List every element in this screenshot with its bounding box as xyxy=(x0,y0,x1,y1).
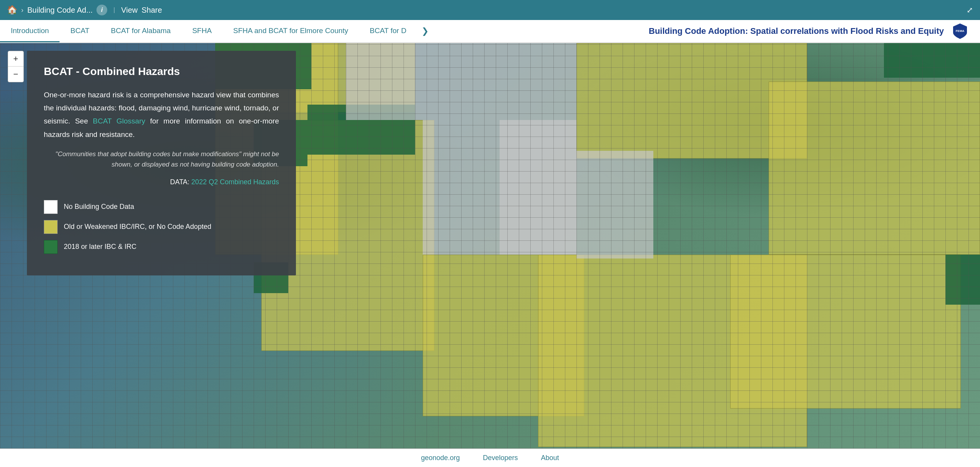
tab-bar: Introduction BCAT BCAT for Alabama SFHA … xyxy=(0,20,980,43)
tab-bcat-d[interactable]: BCAT for D xyxy=(359,20,417,42)
zoom-controls: + − xyxy=(8,51,24,82)
tab-sfha[interactable]: SFHA xyxy=(181,20,223,42)
breadcrumb-chevron: › xyxy=(21,6,23,14)
panel-italic-note: "Communities that adopt building codes b… xyxy=(44,149,279,170)
tab-scroll-right[interactable]: ❯ xyxy=(417,20,433,42)
zoom-in-button[interactable]: + xyxy=(8,51,23,67)
main-title: Building Code Adoption: Spatial correlat… xyxy=(649,26,944,36)
legend-label-no-data: No Building Code Data xyxy=(64,203,134,211)
legend-swatch-no-data xyxy=(44,200,58,214)
legend-swatch-new-code xyxy=(44,240,58,254)
tab-sfha-bcat-elmore[interactable]: SFHA and BCAT for Elmore County xyxy=(223,20,359,42)
fema-shield-icon: FEMA xyxy=(952,23,968,40)
home-button[interactable]: 🏠 xyxy=(7,5,17,15)
info-panel: BCAT - Combined Hazards One-or-more haza… xyxy=(27,51,296,275)
panel-body: One-or-more hazard risk is a comprehensi… xyxy=(44,88,279,141)
tab-bcat-alabama[interactable]: BCAT for Alabama xyxy=(100,20,182,42)
share-button[interactable]: Share xyxy=(141,6,162,15)
tab-title-section: Building Code Adoption: Spatial correlat… xyxy=(649,20,980,42)
legend-label-new-code: 2018 or later IBC & IRC xyxy=(64,243,136,251)
tab-bcat[interactable]: BCAT xyxy=(60,20,100,42)
tab-introduction[interactable]: Introduction xyxy=(0,20,60,42)
info-button[interactable]: i xyxy=(96,5,107,15)
bcat-glossary-link[interactable]: BCAT Glossary xyxy=(93,117,145,125)
top-bar: 🏠 › Building Code Ad... i | View Share ⤢ xyxy=(0,0,980,20)
legend-item-no-data: No Building Code Data xyxy=(44,200,279,214)
svg-text:FEMA: FEMA xyxy=(956,29,965,33)
panel-title: BCAT - Combined Hazards xyxy=(44,65,279,78)
fema-logo: FEMA xyxy=(952,23,968,40)
legend-swatch-old-code xyxy=(44,220,58,234)
footer-about[interactable]: About xyxy=(541,454,559,462)
separator: | xyxy=(113,7,115,13)
legend-item-old-code: Old or Weakened IBC/IRC, or No Code Adop… xyxy=(44,220,279,234)
map-container[interactable]: + − BCAT - Combined Hazards One-or-more … xyxy=(0,43,980,449)
expand-button[interactable]: ⤢ xyxy=(967,5,973,15)
legend-label-old-code: Old or Weakened IBC/IRC, or No Code Adop… xyxy=(64,223,211,231)
zoom-out-button[interactable]: − xyxy=(8,67,23,82)
data-link[interactable]: 2022 Q2 Combined Hazards xyxy=(191,178,279,186)
footer-geonode[interactable]: geonode.org xyxy=(421,454,460,462)
view-button[interactable]: View xyxy=(121,6,138,15)
map-legend: No Building Code Data Old or Weakened IB… xyxy=(44,200,279,254)
footer-developers[interactable]: Developers xyxy=(483,454,518,462)
data-label: DATA: xyxy=(170,178,191,186)
panel-data-line: DATA: 2022 Q2 Combined Hazards xyxy=(44,176,279,188)
breadcrumb-title: Building Code Ad... xyxy=(27,6,93,15)
legend-item-new-code: 2018 or later IBC & IRC xyxy=(44,240,279,254)
home-icon: 🏠 xyxy=(7,5,17,15)
footer: geonode.org Developers About xyxy=(0,449,980,467)
